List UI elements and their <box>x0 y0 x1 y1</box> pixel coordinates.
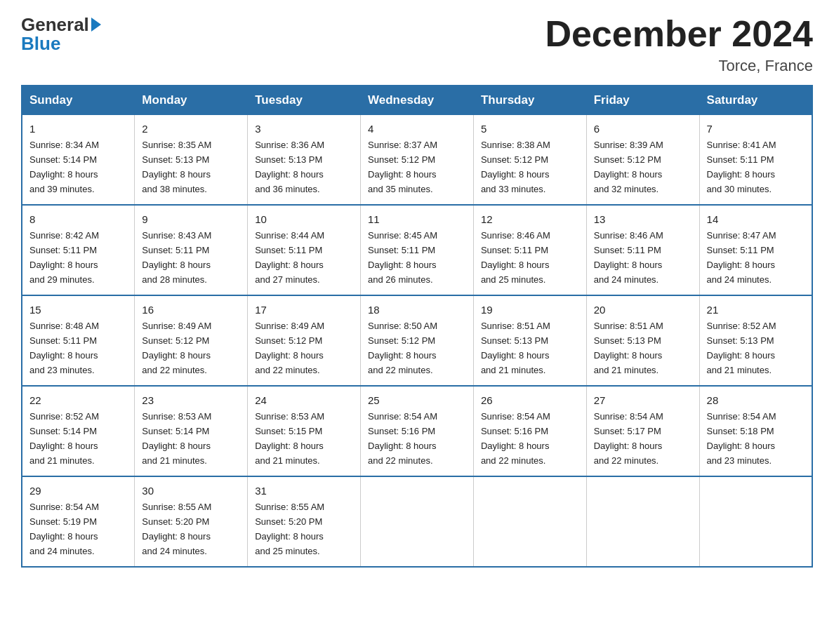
day-info: Sunrise: 8:43 AMSunset: 5:11 PMDaylight:… <box>142 230 211 285</box>
table-row: 31Sunrise: 8:55 AMSunset: 5:20 PMDayligh… <box>248 476 361 567</box>
day-number: 5 <box>481 121 579 137</box>
table-row: 15Sunrise: 8:48 AMSunset: 5:11 PMDayligh… <box>22 295 135 386</box>
day-number: 21 <box>707 302 805 318</box>
table-row: 14Sunrise: 8:47 AMSunset: 5:11 PMDayligh… <box>699 205 812 295</box>
table-row: 4Sunrise: 8:37 AMSunset: 5:12 PMDaylight… <box>361 115 474 205</box>
col-saturday: Saturday <box>699 86 812 115</box>
calendar-header-row: Sunday Monday Tuesday Wednesday Thursday… <box>22 86 812 115</box>
table-row: 10Sunrise: 8:44 AMSunset: 5:11 PMDayligh… <box>248 205 361 295</box>
table-row: 27Sunrise: 8:54 AMSunset: 5:17 PMDayligh… <box>586 386 699 476</box>
day-info: Sunrise: 8:46 AMSunset: 5:11 PMDaylight:… <box>481 230 550 285</box>
day-number: 23 <box>142 392 240 408</box>
table-row: 24Sunrise: 8:53 AMSunset: 5:15 PMDayligh… <box>248 386 361 476</box>
table-row: 18Sunrise: 8:50 AMSunset: 5:12 PMDayligh… <box>361 295 474 386</box>
day-info: Sunrise: 8:48 AMSunset: 5:11 PMDaylight:… <box>29 321 99 375</box>
day-info: Sunrise: 8:49 AMSunset: 5:12 PMDaylight:… <box>255 321 324 375</box>
table-row <box>361 476 474 567</box>
table-row: 28Sunrise: 8:54 AMSunset: 5:18 PMDayligh… <box>699 386 812 476</box>
day-info: Sunrise: 8:44 AMSunset: 5:11 PMDaylight:… <box>255 230 324 285</box>
col-friday: Friday <box>586 86 699 115</box>
table-row: 6Sunrise: 8:39 AMSunset: 5:12 PMDaylight… <box>586 115 699 205</box>
table-row: 26Sunrise: 8:54 AMSunset: 5:16 PMDayligh… <box>473 386 586 476</box>
calendar-week-row: 22Sunrise: 8:52 AMSunset: 5:14 PMDayligh… <box>22 386 812 476</box>
day-info: Sunrise: 8:52 AMSunset: 5:13 PMDaylight:… <box>707 321 776 375</box>
col-wednesday: Wednesday <box>361 86 474 115</box>
day-number: 31 <box>255 483 353 499</box>
table-row: 12Sunrise: 8:46 AMSunset: 5:11 PMDayligh… <box>473 205 586 295</box>
col-sunday: Sunday <box>22 86 135 115</box>
table-row: 13Sunrise: 8:46 AMSunset: 5:11 PMDayligh… <box>586 205 699 295</box>
day-number: 30 <box>142 483 240 499</box>
table-row: 5Sunrise: 8:38 AMSunset: 5:12 PMDaylight… <box>473 115 586 205</box>
table-row: 1Sunrise: 8:34 AMSunset: 5:14 PMDaylight… <box>22 115 135 205</box>
table-row: 9Sunrise: 8:43 AMSunset: 5:11 PMDaylight… <box>135 205 248 295</box>
calendar-week-row: 15Sunrise: 8:48 AMSunset: 5:11 PMDayligh… <box>22 295 812 386</box>
table-row: 8Sunrise: 8:42 AMSunset: 5:11 PMDaylight… <box>22 205 135 295</box>
month-title: December 2024 <box>545 14 813 54</box>
day-number: 17 <box>255 302 353 318</box>
table-row: 19Sunrise: 8:51 AMSunset: 5:13 PMDayligh… <box>473 295 586 386</box>
day-info: Sunrise: 8:49 AMSunset: 5:12 PMDaylight:… <box>142 321 211 375</box>
day-number: 4 <box>368 121 466 137</box>
calendar-table: Sunday Monday Tuesday Wednesday Thursday… <box>21 85 813 568</box>
day-number: 14 <box>707 211 805 227</box>
day-info: Sunrise: 8:35 AMSunset: 5:13 PMDaylight:… <box>142 140 211 194</box>
calendar-week-row: 1Sunrise: 8:34 AMSunset: 5:14 PMDaylight… <box>22 115 812 205</box>
calendar-week-row: 8Sunrise: 8:42 AMSunset: 5:11 PMDaylight… <box>22 205 812 295</box>
day-number: 6 <box>594 121 692 137</box>
table-row: 30Sunrise: 8:55 AMSunset: 5:20 PMDayligh… <box>135 476 248 567</box>
day-info: Sunrise: 8:51 AMSunset: 5:13 PMDaylight:… <box>594 321 663 375</box>
table-row: 29Sunrise: 8:54 AMSunset: 5:19 PMDayligh… <box>22 476 135 567</box>
day-info: Sunrise: 8:54 AMSunset: 5:16 PMDaylight:… <box>481 411 550 466</box>
logo-text-blue: Blue <box>21 33 60 55</box>
day-number: 3 <box>255 121 353 137</box>
day-number: 13 <box>594 211 692 227</box>
day-info: Sunrise: 8:45 AMSunset: 5:11 PMDaylight:… <box>368 230 437 285</box>
table-row: 22Sunrise: 8:52 AMSunset: 5:14 PMDayligh… <box>22 386 135 476</box>
day-number: 1 <box>29 121 127 137</box>
day-info: Sunrise: 8:53 AMSunset: 5:14 PMDaylight:… <box>142 411 211 466</box>
table-row: 23Sunrise: 8:53 AMSunset: 5:14 PMDayligh… <box>135 386 248 476</box>
day-number: 10 <box>255 211 353 227</box>
col-thursday: Thursday <box>473 86 586 115</box>
day-info: Sunrise: 8:52 AMSunset: 5:14 PMDaylight:… <box>29 411 99 466</box>
logo: General Blue <box>21 14 101 55</box>
table-row <box>586 476 699 567</box>
day-number: 16 <box>142 302 240 318</box>
day-number: 8 <box>29 211 127 227</box>
day-info: Sunrise: 8:50 AMSunset: 5:12 PMDaylight:… <box>368 321 437 375</box>
day-number: 19 <box>481 302 579 318</box>
day-info: Sunrise: 8:54 AMSunset: 5:18 PMDaylight:… <box>707 411 776 466</box>
page-header: General Blue December 2024 Torce, France <box>21 14 813 75</box>
day-info: Sunrise: 8:38 AMSunset: 5:12 PMDaylight:… <box>481 140 550 194</box>
day-info: Sunrise: 8:54 AMSunset: 5:17 PMDaylight:… <box>594 411 663 466</box>
day-info: Sunrise: 8:53 AMSunset: 5:15 PMDaylight:… <box>255 411 324 466</box>
col-tuesday: Tuesday <box>248 86 361 115</box>
day-number: 2 <box>142 121 240 137</box>
day-number: 18 <box>368 302 466 318</box>
location: Torce, France <box>545 57 813 75</box>
day-info: Sunrise: 8:55 AMSunset: 5:20 PMDaylight:… <box>255 502 324 556</box>
day-number: 12 <box>481 211 579 227</box>
logo-arrow-icon <box>91 18 101 32</box>
day-number: 24 <box>255 392 353 408</box>
day-info: Sunrise: 8:42 AMSunset: 5:11 PMDaylight:… <box>29 230 99 285</box>
table-row: 7Sunrise: 8:41 AMSunset: 5:11 PMDaylight… <box>699 115 812 205</box>
day-info: Sunrise: 8:36 AMSunset: 5:13 PMDaylight:… <box>255 140 324 194</box>
day-info: Sunrise: 8:51 AMSunset: 5:13 PMDaylight:… <box>481 321 550 375</box>
day-number: 20 <box>594 302 692 318</box>
table-row: 3Sunrise: 8:36 AMSunset: 5:13 PMDaylight… <box>248 115 361 205</box>
day-number: 22 <box>29 392 127 408</box>
table-row: 20Sunrise: 8:51 AMSunset: 5:13 PMDayligh… <box>586 295 699 386</box>
day-info: Sunrise: 8:34 AMSunset: 5:14 PMDaylight:… <box>29 140 99 194</box>
day-info: Sunrise: 8:39 AMSunset: 5:12 PMDaylight:… <box>594 140 663 194</box>
col-monday: Monday <box>135 86 248 115</box>
day-info: Sunrise: 8:54 AMSunset: 5:19 PMDaylight:… <box>29 502 99 556</box>
table-row: 17Sunrise: 8:49 AMSunset: 5:12 PMDayligh… <box>248 295 361 386</box>
day-number: 7 <box>707 121 805 137</box>
day-number: 15 <box>29 302 127 318</box>
day-info: Sunrise: 8:37 AMSunset: 5:12 PMDaylight:… <box>368 140 437 194</box>
day-number: 11 <box>368 211 466 227</box>
day-number: 26 <box>481 392 579 408</box>
day-number: 9 <box>142 211 240 227</box>
